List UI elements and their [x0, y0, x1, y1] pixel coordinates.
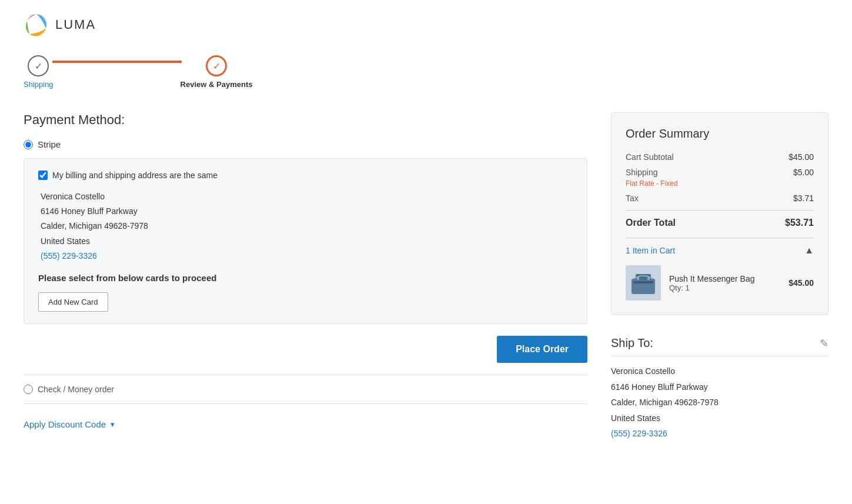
- shipping-label: Shipping: [626, 168, 658, 177]
- logo-area: LUMA: [24, 12, 828, 38]
- ship-to-street: 6146 Honey Bluff Parkway: [611, 379, 828, 395]
- payment-section-title: Payment Method:: [24, 112, 587, 128]
- cart-subtotal-label: Cart Subtotal: [626, 152, 674, 162]
- logo-text: LUMA: [55, 17, 96, 32]
- left-panel: Payment Method: Stripe My billing and sh…: [24, 112, 587, 451]
- step-review-circle: ✓: [206, 55, 227, 76]
- same-address-row: My billing and shipping address are the …: [38, 171, 573, 180]
- billing-street: 6146 Honey Bluff Parkway: [41, 204, 573, 219]
- page-wrapper: LUMA ✓ Shipping ✓ Review & Payments Paym…: [0, 0, 852, 463]
- summary-divider: [626, 210, 814, 211]
- stripe-label: Stripe: [38, 139, 61, 149]
- order-summary-box: Order Summary Cart Subtotal $45.00 Shipp…: [611, 112, 828, 315]
- ship-to-title: Ship To:: [611, 336, 653, 350]
- billing-address-block: Veronica Costello 6146 Honey Bluff Parkw…: [38, 189, 573, 263]
- cart-item-info: Push It Messenger Bag Qty: 1: [669, 274, 780, 292]
- divider-1: [24, 375, 587, 375]
- ship-to-phone[interactable]: (555) 229-3326: [611, 426, 828, 442]
- same-address-checkbox[interactable]: [38, 171, 48, 180]
- cart-item: Push It Messenger Bag Qty: 1 $45.00: [626, 265, 814, 301]
- ship-to-country: United States: [611, 410, 828, 426]
- cart-items-count-label: 1 Item in Cart: [626, 246, 675, 255]
- order-total-row: Order Total $53.71: [626, 218, 814, 228]
- step-shipping: ✓ Shipping: [24, 55, 54, 89]
- check-money-radio[interactable]: [24, 385, 33, 394]
- chevron-up-icon: ▲: [804, 245, 814, 256]
- luma-logo-icon: [24, 12, 49, 38]
- chevron-down-icon: ▾: [111, 420, 115, 429]
- billing-country: United States: [41, 234, 573, 249]
- same-address-label: My billing and shipping address are the …: [52, 171, 218, 180]
- order-total-label: Order Total: [626, 218, 676, 228]
- ship-to-box: Ship To: ✎ Veronica Costello 6146 Honey …: [611, 327, 828, 451]
- svg-rect-3: [633, 281, 653, 283]
- order-summary-title: Order Summary: [626, 127, 814, 141]
- svg-rect-1: [632, 279, 655, 294]
- cart-items-toggle[interactable]: 1 Item in Cart ▲: [626, 238, 814, 256]
- place-order-button[interactable]: Place Order: [497, 336, 587, 363]
- progress-line: [52, 61, 182, 63]
- discount-label: Apply Discount Code: [24, 419, 106, 429]
- select-cards-message: Please select from below cards to procee…: [38, 273, 573, 283]
- cart-item-price: $45.00: [788, 278, 814, 288]
- ship-to-name: Veronica Costello: [611, 363, 828, 379]
- tax-value: $3.71: [793, 193, 814, 203]
- shipping-sub-label: Flat Rate - Fixed: [626, 179, 814, 188]
- step-review-label: Review & Payments: [181, 80, 253, 89]
- place-order-row: Place Order: [24, 336, 587, 363]
- cart-item-name: Push It Messenger Bag: [669, 274, 780, 283]
- step-shipping-label[interactable]: Shipping: [24, 80, 54, 89]
- stripe-radio[interactable]: [24, 140, 33, 149]
- divider-2: [24, 403, 587, 404]
- step-review: ✓ Review & Payments: [181, 55, 253, 89]
- cart-item-image: [626, 265, 661, 301]
- ship-to-header: Ship To: ✎: [611, 336, 828, 356]
- cart-subtotal-value: $45.00: [788, 152, 814, 162]
- cart-item-qty: Qty: 1: [669, 283, 780, 292]
- bag-icon: [629, 268, 658, 298]
- cart-subtotal-row: Cart Subtotal $45.00: [626, 152, 814, 162]
- edit-pencil-icon[interactable]: ✎: [820, 337, 828, 350]
- shipping-row: Shipping $5.00: [626, 168, 814, 177]
- billing-phone[interactable]: (555) 229-3326: [41, 249, 573, 263]
- billing-city-state: Calder, Michigan 49628-7978: [41, 219, 573, 233]
- progress-steps: ✓ Shipping ✓ Review & Payments: [24, 55, 828, 89]
- step-shipping-circle: ✓: [28, 55, 49, 76]
- ship-to-city-state: Calder, Michigan 49628-7978: [611, 395, 828, 410]
- ship-to-address: Veronica Costello 6146 Honey Bluff Parkw…: [611, 363, 828, 442]
- discount-code-row[interactable]: Apply Discount Code ▾: [24, 413, 587, 435]
- right-panel: Order Summary Cart Subtotal $45.00 Shipp…: [611, 112, 828, 451]
- stripe-payment-option[interactable]: Stripe: [24, 139, 587, 149]
- tax-row: Tax $3.71: [626, 193, 814, 203]
- add-new-card-button[interactable]: Add New Card: [38, 292, 108, 312]
- main-layout: Payment Method: Stripe My billing and sh…: [24, 112, 828, 451]
- shipping-value: $5.00: [793, 168, 814, 177]
- order-total-value: $53.71: [785, 218, 814, 228]
- check-money-option[interactable]: Check / Money order: [24, 385, 587, 394]
- billing-name: Veronica Costello: [41, 189, 573, 204]
- tax-label: Tax: [626, 193, 639, 203]
- billing-box: My billing and shipping address are the …: [24, 158, 587, 324]
- check-money-label: Check / Money order: [38, 385, 114, 394]
